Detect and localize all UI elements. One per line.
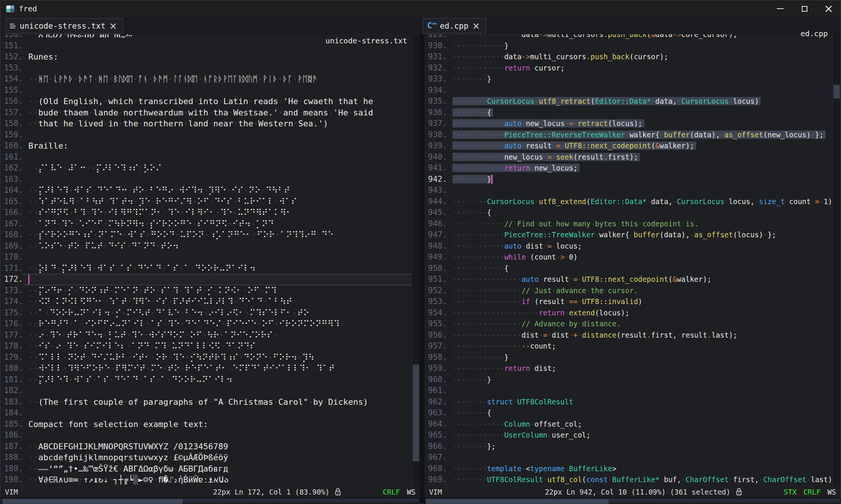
code-line[interactable]: 158.··that·he·lived·in·the·northern·land…	[0, 118, 412, 129]
code-line[interactable]: 180.··⠺⠊⠇⠇·⠹⠻⠑⠋⠕⠗⠑·⠏⠻⠍⠊⠞·⠍⠑·⠞⠕·⠗⠑⠏⠑⠁⠞⠂·⠑…	[0, 363, 412, 374]
code-line[interactable]: 945.········{	[424, 207, 832, 218]
lock-icon[interactable]	[335, 488, 341, 496]
code-line[interactable]: 176.··⠗⠑⠛⠜⠙·⠁·⠊⠕⠋⠋⠔⠤⠝⠁⠊⠇·⠁⠎·⠹⠑·⠙⠑⠁⠙⠑⠌·⠏⠊…	[0, 318, 412, 330]
code-line[interactable]: 943.	[424, 185, 832, 196]
code-line[interactable]: 177.··⠔·⠹⠑·⠞⠗⠁⠙⠑⠲·⡃⠥⠞·⠹⠑·⠺⠊⠎⠙⠕⠍·⠕⠋·⠳⠗·⠁⠝…	[0, 330, 412, 341]
code-line[interactable]: 961.	[424, 385, 832, 396]
code-line[interactable]: 154.··ᚻᛖ·ᚳᚹᚫᚦ·ᚦᚫᛏ·ᚻᛖ·ᛒᚢᛞᛖ·ᚩᚾ·ᚦᚫᛗ·ᛚᚪᚾᛞᛖ·ᚾ…	[0, 74, 412, 85]
code-line[interactable]: 940.············new_locus·=·seek(result.…	[424, 152, 832, 163]
code-line[interactable]: 167.··⠁⠝⠙·⠹⠑·⠡⠊⠑⠋·⠍⠳⠗⠝⠻⠲·⡎⠊⠗⠕⠕⠛⠑·⠎⠊⠛⠝⠫·⠊…	[0, 218, 412, 230]
code-line[interactable]: 164.··⡍⠜⠇⠑⠹·⠺⠁⠎·⠙⠑⠁⠙⠒·⠞⠕·⠃⠑⠛⠔·⠺⠊⠹⠲·⡹⠻⠑·⠊…	[0, 185, 412, 196]
code-line[interactable]: 156.··(Old·English,·which·transcribed·in…	[0, 96, 412, 107]
code-line[interactable]: 182.	[0, 385, 412, 396]
horizontal-scrollbar[interactable]	[0, 498, 420, 504]
code-line[interactable]: 929.················data->multi_cursors.…	[424, 34, 832, 40]
code-line[interactable]: 959.············return·dist;	[424, 363, 832, 374]
code-line[interactable]: 152.Runes:	[0, 51, 412, 63]
code-line[interactable]: 934.	[424, 85, 832, 96]
horizontal-scrollbar[interactable]	[424, 498, 841, 504]
code-line[interactable]: 963.········{	[424, 407, 832, 419]
code-line[interactable]: 168.··⡎⠊⠗⠕⠕⠛⠑⠰⠎·⠝⠁⠍⠑·⠺⠁⠎·⠛⠕⠕⠙·⠥⠏⠕⠝·⠰⡡⠁⠝⠛…	[0, 229, 412, 241]
status-badge-ws[interactable]: WS	[827, 488, 836, 496]
status-badge-crlf[interactable]: CRLF	[803, 488, 821, 496]
code-line[interactable]: 162.··⡌⠁⠧⠑·⠼⠁⠒··⡍⠜⠇⠑⠹⠰⠎·⡣⠕⠌	[0, 163, 412, 174]
vertical-scrollbar-thumb[interactable]	[833, 85, 840, 98]
code-line[interactable]: 950.············{	[424, 263, 832, 274]
code-line[interactable]: 165.··⠱⠁⠞⠑⠧⠻·⠁⠃⠳⠞·⠹⠁⠞⠲·⡹⠑·⠗⠑⠛⠊⠌⠻·⠕⠋·⠙⠊⠎·…	[0, 196, 412, 207]
code-line[interactable]: 949.············while·(count·>·0)	[424, 252, 832, 263]
code-line[interactable]: 173.··⡍⠔⠙⠖·⡊·⠙⠕⠝⠰⠞·⠍⠑⠁⠝·⠞⠕·⠎⠁⠹·⠹⠁⠞·⡊·⠅⠝⠪…	[0, 285, 412, 297]
code-line[interactable]: 937.············auto·new_locus·=·retract…	[424, 118, 832, 129]
code-line[interactable]: 175.··⠁·⠙⠕⠕⠗⠤⠝⠁⠊⠇⠲·⡊·⠍⠊⠣⠞·⠙⠁⠧⠑·⠃⠑⠲·⠔⠊⠇⠔⠫…	[0, 307, 412, 319]
code-line[interactable]: 965.············UserColumn·user_col;	[424, 430, 832, 441]
code-line[interactable]: 153.	[0, 63, 412, 74]
code-line[interactable]: 939.············auto·result·=·UTF8::next…	[424, 140, 832, 152]
code-line[interactable]: 938.············PieceTree::ReverseTreeWa…	[424, 129, 832, 141]
code-line[interactable]: 190.··∀∂∈ℝ∧∪≡∞·↑↗↨↻⇣·┐┼╔╘░►☺♀·ﬁ�⑀₂ἠḂӥẄɐː…	[0, 474, 412, 486]
code-line[interactable]: 930.············}	[424, 40, 832, 52]
code-line[interactable]: 935.········CursorLocus·utf8_retract(Edi…	[424, 96, 832, 107]
code-line[interactable]: 942.········}	[424, 174, 832, 185]
code-line[interactable]: 960.········}	[424, 374, 832, 386]
code-line[interactable]: 157.··bude·thaem·lande·northweardum·with…	[0, 107, 412, 118]
text-area[interactable]: 929.················data->multi_cursors.…	[424, 34, 832, 486]
code-line[interactable]: 954.····················return·extend(lo…	[424, 307, 832, 319]
code-line[interactable]: 964.············Column·offset_col;	[424, 419, 832, 430]
horizontal-scrollbar-thumb[interactable]	[3, 499, 182, 504]
code-line[interactable]: 179.··⠩⠁⠇⠇·⠝⠕⠞·⠙⠊⠌⠥⠗⠃·⠊⠞⠂·⠕⠗·⠹⠑·⡊⠳⠝⠞⠗⠹⠰⠎…	[0, 352, 412, 363]
code-line[interactable]: 944.········CursorLocus·utf8_extend(Edit…	[424, 196, 832, 207]
code-line[interactable]: 169.··⠡⠕⠎⠑·⠞⠕·⠏⠥⠞·⠙⠊⠎·⠙⠁⠝⠙·⠞⠕⠲	[0, 241, 412, 252]
code-line[interactable]: 969.········UTF8ColResult·utf8_col(const…	[424, 474, 832, 486]
code-line[interactable]: 948.············auto·dist·=·locus;	[424, 241, 832, 252]
code-line[interactable]: 187.··ABCDEFGHIJKLMNOPQRSTUVWXYZ·/012345…	[0, 441, 412, 452]
code-line[interactable]: 155.	[0, 85, 412, 96]
code-line[interactable]: 161.	[0, 152, 412, 163]
code-line[interactable]: 947.············PieceTree::TreeWalker·wa…	[424, 229, 832, 241]
code-line[interactable]: 159.	[0, 129, 412, 141]
horizontal-scrollbar-thumb[interactable]	[426, 499, 609, 504]
code-line[interactable]: 962.········struct·UTF8ColResult	[424, 396, 832, 408]
vertical-scrollbar-thumb[interactable]	[413, 364, 419, 462]
code-line[interactable]: 932.············return·cursor;	[424, 63, 832, 74]
vertical-scrollbar[interactable]	[412, 34, 420, 486]
code-line[interactable]: 957.················--count;	[424, 341, 832, 352]
code-line[interactable]: 953.················if·(result·==·UTF8::…	[424, 296, 832, 307]
code-line[interactable]: 188.··abcdefghijklmnopqrstuvwxyz·£©µÀÆÖÞ…	[0, 452, 412, 463]
code-line[interactable]: 174.··⠪⠝·⠅⠝⠪⠇⠫⠛⠑⠂·⠱⠁⠞·⠹⠻⠑·⠊⠎·⠏⠜⠞⠊⠊⠥⠇⠜⠇⠹·…	[0, 296, 412, 307]
code-line[interactable]: 955.················//·Advance·by·distan…	[424, 318, 832, 330]
code-line[interactable]: 163.	[0, 174, 412, 185]
code-line[interactable]: 189.··–—‘“”„†•…‰™œŠŸž€·ΑΒΓΔΩαβγδω·АБВГДа…	[0, 463, 412, 475]
code-line[interactable]: 172.	[0, 274, 412, 285]
code-line[interactable]: 160.Braille:	[0, 140, 412, 152]
code-line[interactable]: 931.············data->multi_cursors.push…	[424, 51, 832, 63]
text-area[interactable]: 150.··እግርህን·በፍራሽህ·ልክ·ዘርጋ።151.152.Runes:1…	[0, 34, 412, 486]
code-line[interactable]: 958.············}	[424, 352, 832, 363]
maximize-button[interactable]	[792, 0, 816, 17]
code-line[interactable]: 936.········{	[424, 107, 832, 118]
tab-close-icon[interactable]: ×	[472, 21, 480, 31]
code-line[interactable]: 946.············//·Find·out·how·many·byt…	[424, 218, 832, 230]
code-line[interactable]: 941.············return·new_locus;	[424, 163, 832, 174]
tab-ed.cpp[interactable]: C++ed.cpp×	[423, 18, 486, 34]
close-button[interactable]: ×	[816, 0, 841, 17]
status-badge-crlf[interactable]: CRLF	[383, 488, 400, 496]
code-line[interactable]: 933.········}	[424, 74, 832, 85]
status-badge-ws[interactable]: WS	[407, 488, 415, 496]
code-line[interactable]: 171.··⡕⠇⠙·⡍⠜⠇⠑⠹·⠺⠁⠎·⠁⠎·⠙⠑⠁⠙·⠁⠎·⠁·⠙⠕⠕⠗⠤⠝⠁…	[0, 263, 412, 274]
tab-unicode-stress.txt[interactable]: unicode-stress.txt×	[6, 18, 123, 34]
code-line[interactable]: 967.	[424, 452, 832, 463]
code-line[interactable]: 185.Compact·font·selection·example·text:	[0, 419, 412, 430]
code-line[interactable]: 951.················auto·result·=·UTF8::…	[424, 274, 832, 285]
code-line[interactable]: 170.	[0, 252, 412, 263]
code-line[interactable]: 968.········template·<typename·BufferLik…	[424, 463, 832, 475]
code-line[interactable]: 952.················//·Just·advance·the·…	[424, 285, 832, 297]
code-line[interactable]: 166.··⠎⠊⠛⠝⠫·⠃⠹·⠹⠑·⠊⠇⠻⠛⠹⠍⠁⠝⠂·⠹⠑·⠊⠇⠻⠊⠂·⠹⠑·…	[0, 207, 412, 218]
code-line[interactable]: 181.··⡍⠜⠇⠑⠹·⠺⠁⠎·⠁⠎·⠙⠑⠁⠙·⠁⠎·⠁·⠙⠕⠕⠗⠤⠝⠁⠊⠇⠲	[0, 374, 412, 386]
lock-icon[interactable]	[736, 488, 742, 496]
code-line[interactable]: 966.········};	[424, 441, 832, 452]
code-line[interactable]: 956.················dist·=·dist·+·distan…	[424, 330, 832, 341]
minimize-button[interactable]	[768, 0, 792, 17]
tab-close-icon[interactable]: ×	[109, 21, 117, 31]
vertical-scrollbar[interactable]	[832, 34, 841, 486]
code-line[interactable]: 186.	[0, 430, 412, 441]
